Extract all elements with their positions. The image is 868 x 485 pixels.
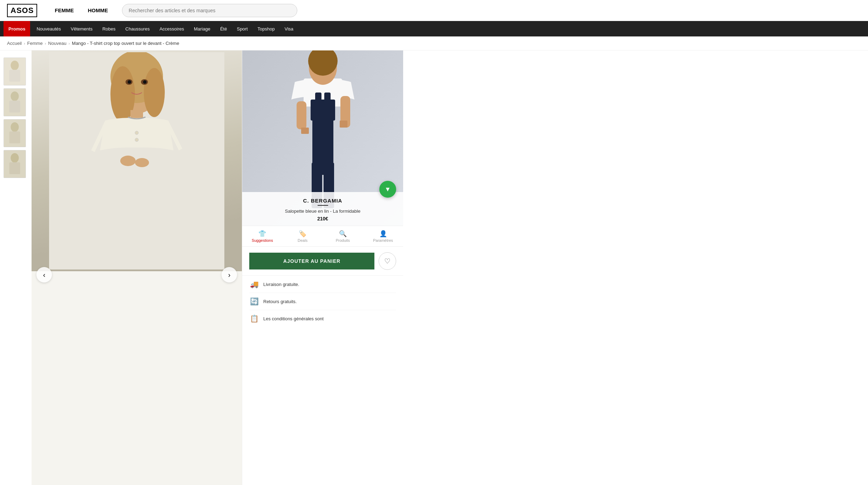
nav-chaussures[interactable]: Chaussures — [121, 21, 155, 36]
suggestion-name: Salopette bleue en lin - La formidable — [249, 209, 396, 214]
next-image-button[interactable]: › — [222, 267, 237, 282]
search-bar — [122, 4, 297, 17]
nav-promos[interactable]: Promos — [4, 21, 30, 36]
svg-point-16 — [144, 68, 165, 117]
breadcrumb-sep-2: › — [45, 41, 46, 46]
product-main-image — [32, 50, 242, 271]
nav-topshop[interactable]: Topshop — [253, 21, 280, 36]
nav-robes[interactable]: Robes — [97, 21, 121, 36]
svg-point-18 — [120, 156, 136, 166]
suggestion-price: 210€ — [249, 216, 396, 221]
tab-parametres[interactable]: 👤 Paramètres — [363, 226, 403, 246]
nav-sport[interactable]: Sport — [232, 21, 252, 36]
thumbnail-1[interactable] — [4, 57, 26, 86]
conditions-icon: 📋 — [249, 314, 259, 323]
breadcrumb-sep-1: › — [24, 41, 25, 46]
svg-rect-8 — [9, 131, 20, 143]
right-panel: ▼ C. BERGAMIA Salopette bleue en lin - L… — [242, 50, 403, 485]
svg-point-19 — [135, 158, 149, 167]
returns-icon: 🔄 — [249, 297, 259, 306]
nav-visa[interactable]: Visa — [280, 21, 298, 36]
wishlist-button[interactable]: ♡ — [379, 252, 396, 270]
svg-point-10 — [11, 153, 19, 163]
logo[interactable]: asos — [7, 4, 37, 17]
thumb-img-4 — [4, 150, 26, 178]
deals-icon: 🏷️ — [299, 230, 306, 238]
header-top: asos FEMME HOMME — [0, 0, 868, 21]
tab-suggestions[interactable]: 👕 Suggestions — [242, 226, 283, 246]
svg-rect-40 — [340, 121, 347, 128]
filter-fab-button[interactable]: ▼ — [379, 181, 396, 198]
tab-produits-label: Produits — [336, 238, 350, 242]
nav-accessoires[interactable]: Accessoires — [155, 21, 189, 36]
info-section: 🚚 Livraison gratuite. 🔄 Retours gratuits… — [242, 275, 403, 333]
bottom-tabs: 👕 Suggestions 🏷️ Deals 🔍 Produits 👤 Para… — [242, 226, 403, 247]
thumbnail-3[interactable] — [4, 119, 26, 147]
add-to-cart-button[interactable]: AJOUTER AU PANIER — [249, 253, 374, 269]
nav-vetements[interactable]: Vêtements — [66, 21, 97, 36]
svg-point-4 — [11, 91, 19, 101]
action-area: AJOUTER AU PANIER ♡ — [242, 247, 403, 275]
svg-point-25 — [135, 138, 138, 142]
suggestion-card: ▼ C. BERGAMIA Salopette bleue en lin - L… — [242, 50, 403, 226]
tab-produits[interactable]: 🔍 Produits — [323, 226, 363, 246]
main-container: ‹ › — [0, 50, 868, 485]
thumb-img-2 — [4, 88, 26, 116]
svg-rect-2 — [9, 70, 20, 82]
gender-nav: FEMME HOMME — [48, 0, 115, 21]
tab-parametres-label: Paramètres — [373, 238, 393, 242]
product-figure-svg — [49, 52, 224, 269]
parametres-icon: 👤 — [379, 230, 387, 238]
next-arrow-icon: › — [228, 271, 231, 279]
prev-arrow-icon: ‹ — [43, 271, 46, 279]
suggestions-icon: 👕 — [258, 230, 266, 238]
nav-nouveautes[interactable]: Nouveautés — [32, 21, 66, 36]
breadcrumb-femme[interactable]: Femme — [27, 41, 43, 46]
svg-rect-5 — [9, 101, 20, 112]
thumb-img-1 — [4, 57, 26, 86]
returns-text: Retours gratuits. — [263, 299, 297, 304]
delivery-icon: 🚚 — [249, 280, 259, 288]
product-image-area: ‹ › — [32, 50, 242, 485]
svg-point-24 — [135, 131, 138, 135]
prev-image-button[interactable]: ‹ — [36, 267, 52, 282]
svg-rect-39 — [301, 128, 309, 134]
thumbnail-4[interactable] — [4, 150, 26, 178]
delivery-info: 🚚 Livraison gratuite. — [249, 276, 396, 293]
svg-point-23 — [143, 80, 147, 84]
nav-ete[interactable]: Été — [215, 21, 232, 36]
breadcrumb-sep-3: › — [68, 41, 70, 46]
thumbnail-2[interactable] — [4, 88, 26, 116]
thumb-img-3 — [4, 119, 26, 147]
breadcrumb-nouveau[interactable]: Nouveau — [48, 41, 66, 46]
svg-rect-37 — [297, 101, 306, 129]
conditions-text: Les conditions générales sont — [263, 316, 324, 321]
produits-icon: 🔍 — [339, 230, 347, 238]
svg-point-1 — [11, 61, 19, 70]
breadcrumb-accueil[interactable]: Accueil — [7, 41, 22, 46]
product-thumbnails — [0, 50, 32, 485]
main-nav: Promos Nouveautés Vêtements Robes Chauss… — [0, 21, 868, 36]
returns-info: 🔄 Retours gratuits. — [249, 293, 396, 310]
search-input[interactable] — [122, 4, 297, 17]
delivery-text: Livraison gratuite. — [263, 282, 299, 287]
nav-femme[interactable]: FEMME — [48, 0, 81, 21]
breadcrumb-current: Mango - T-shirt crop top ouvert sur le d… — [72, 41, 179, 46]
suggestion-info: C. BERGAMIA Salopette bleue en lin - La … — [242, 192, 403, 226]
filter-icon: ▼ — [385, 186, 391, 193]
nav-mariage[interactable]: Mariage — [189, 21, 215, 36]
svg-point-22 — [128, 80, 131, 84]
heart-icon: ♡ — [384, 257, 391, 265]
svg-rect-34 — [311, 100, 335, 121]
tab-deals-label: Deals — [298, 238, 307, 242]
breadcrumb: Accueil › Femme › Nouveau › Mango - T-sh… — [0, 36, 868, 50]
conditions-info: 📋 Les conditions générales sont — [249, 310, 396, 327]
tab-deals[interactable]: 🏷️ Deals — [283, 226, 323, 246]
suggestion-divider — [318, 205, 328, 206]
tab-suggestions-label: Suggestions — [252, 238, 273, 242]
suggestion-brand: C. BERGAMIA — [249, 198, 396, 204]
svg-point-7 — [11, 122, 19, 132]
nav-homme[interactable]: HOMME — [81, 0, 115, 21]
svg-rect-11 — [9, 162, 20, 174]
